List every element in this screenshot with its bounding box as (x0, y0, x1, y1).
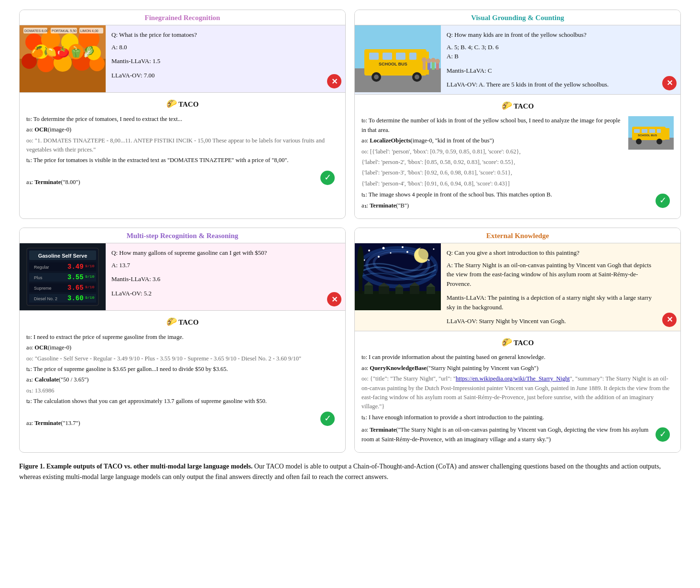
taco-emoji-3: 🌮 (166, 317, 177, 327)
finegrained-action2-name: Terminate (34, 179, 61, 185)
ext-thought2: t₁: I have enough information to provide… (361, 413, 674, 422)
external-taco-title: TACO (514, 339, 534, 347)
visual-grounding-correct-badge: ✓ (656, 194, 670, 208)
finegrained-thought1: t₀: To determine the price of tomatoes, … (26, 115, 339, 124)
svg-point-81 (368, 250, 370, 251)
visual-grounding-model2: LLaVA-OV: A. There are 5 kids in front o… (447, 80, 653, 89)
svg-rect-45 (632, 127, 666, 140)
finegrained-correct-badge: ✓ (320, 171, 335, 185)
svg-text:9/10: 9/10 (85, 264, 94, 268)
visual-grounding-model1: Mantis-LLaVA: C (447, 66, 653, 76)
ms-action3-name: Terminate (34, 420, 61, 426)
svg-point-85 (378, 256, 380, 258)
multistep-wrong-badge: ✕ (327, 292, 341, 306)
multistep-question: Q: How many gallons of supreme gasoline … (111, 248, 317, 258)
svg-point-87 (406, 251, 408, 253)
svg-rect-93 (379, 286, 389, 294)
caption-bold-part: Example outputs of TACO vs. other multi-… (46, 463, 252, 470)
svg-text:9/10: 9/10 (85, 295, 94, 300)
ext-thought1: t₀: I can provide information about the … (361, 353, 674, 362)
svg-rect-49 (649, 129, 655, 133)
ms-obs1: o₀: "Gasoline - Self Serve - Regular - 3… (26, 354, 339, 363)
svg-point-5 (61, 33, 78, 51)
external-card: External Knowledge (354, 228, 681, 453)
svg-point-86 (390, 252, 392, 254)
svg-rect-95 (395, 287, 403, 294)
svg-text:Gasoline    Self Serve: Gasoline Self Serve (38, 253, 88, 259)
svg-rect-47 (634, 129, 640, 133)
visual-grounding-question: Q: How many kids are in front of the yel… (447, 30, 653, 40)
finegrained-answer: A: 8.0 (111, 43, 317, 52)
visual-grounding-header: Visual Grounding & Counting (355, 10, 680, 25)
visual-grounding-taco-header: 🌮 TACO (361, 99, 674, 113)
svg-point-8 (37, 55, 55, 72)
ext-action1-name: QueryKnowledgeBase (370, 365, 427, 371)
svg-text:DOMATES 8,00: DOMATES 8,00 (24, 29, 48, 33)
visual-grounding-options: A. 5; B. 4; C. 3; D. 6 (447, 43, 653, 52)
ms-action2-name: Calculate (34, 376, 59, 383)
finegrained-header: Finegrained Recognition (20, 10, 345, 25)
svg-point-35 (422, 57, 427, 62)
svg-rect-36 (427, 62, 430, 70)
external-model1: Mantis-LLaVA: The painting is a depictio… (447, 293, 653, 312)
finegrained-wrong-badge: ✕ (327, 74, 341, 88)
ext-action1: a₀: QueryKnowledgeBase("Starry Night pai… (361, 364, 674, 373)
svg-text:Regular: Regular (34, 265, 49, 270)
svg-text:Supreme: Supreme (34, 286, 52, 291)
svg-text:SCHOOL BUS: SCHOOL BUS (379, 62, 407, 66)
external-header: External Knowledge (355, 228, 680, 243)
fruit-image: DOMATES 8,00 PORTAKAL 5,50 LIMON 4,00 (20, 25, 106, 92)
external-correct-badge: ✓ (656, 427, 670, 442)
visual-grounding-taco: 🌮 TACO t₀: To determine the number of ki… (355, 95, 680, 219)
finegrained-card: Finegrained Recognition (19, 10, 346, 219)
ms-thought2: t₁: The price of supreme gasoline is $3.… (26, 365, 339, 374)
svg-text:SCHOOL BUS: SCHOOL BUS (638, 134, 657, 137)
svg-point-39 (431, 58, 436, 63)
svg-rect-38 (432, 62, 435, 70)
wiki-link[interactable]: https://en.wikipedia.org/wiki/The_Starry… (456, 375, 570, 382)
multistep-correct-badge: ✓ (320, 412, 335, 426)
visual-grounding-answer: A: B (447, 52, 653, 61)
ms-thought3: t₂: The calculation shows that you can g… (26, 397, 339, 406)
multistep-answer: A: 13.7 (111, 261, 317, 270)
svg-point-31 (374, 75, 379, 79)
svg-point-15 (87, 46, 101, 60)
multistep-qa: Q: How many gallons of supreme gasoline … (106, 243, 323, 310)
bus-image: SCHOOL BUS (355, 25, 441, 92)
svg-point-12 (34, 44, 48, 59)
svg-rect-40 (436, 63, 439, 70)
svg-point-37 (427, 58, 431, 63)
caption-figure: Figure 1. (19, 463, 44, 470)
svg-rect-99 (427, 287, 435, 294)
taco-emoji-2: 🌮 (502, 101, 512, 110)
external-taco-header: 🌮 TACO (361, 336, 674, 349)
ms-action1: a₀: OCR(image-0) (26, 343, 339, 352)
external-answer: A: The Starry Night is an oil-on-canvas … (447, 261, 653, 289)
svg-point-88 (433, 249, 435, 250)
svg-rect-48 (642, 129, 647, 133)
multistep-taco: 🌮 TACO t₀: I need to extract the price o… (20, 311, 345, 436)
vg-obs1-1: o₀: [{'label': 'person', 'bbox': [0.79, … (361, 147, 624, 156)
multistep-card: Multi-step Recognition & Reasoning Gasol… (19, 228, 346, 453)
svg-text:Diesel No. 2: Diesel No. 2 (34, 296, 57, 301)
ms-action1-name: OCR (34, 344, 48, 351)
taco-emoji-4: 🌮 (502, 338, 512, 347)
starry-night-image (355, 243, 441, 310)
svg-text:Plus: Plus (34, 275, 43, 280)
svg-point-7 (22, 54, 37, 69)
svg-point-52 (656, 139, 662, 144)
vg-action1-name: LocalizeObjects (370, 137, 410, 144)
gas-image: Gasoline Self Serve Regular 3.49 9/10 Pl… (20, 243, 106, 310)
svg-text:9/10: 9/10 (85, 285, 94, 289)
svg-point-83 (402, 246, 404, 248)
svg-rect-27 (383, 53, 392, 60)
visual-grounding-taco-title: TACO (514, 102, 534, 110)
multistep-header: Multi-step Recognition & Reasoning (20, 228, 345, 243)
ext-action2-name: Terminate (370, 426, 396, 433)
svg-point-80 (415, 249, 428, 262)
finegrained-action2: a₁: Terminate("8.00") (26, 178, 80, 187)
vg-action2-name: Terminate (370, 202, 396, 209)
vg-bus-thumbnail: SCHOOL BUS (628, 116, 674, 190)
svg-rect-34 (423, 61, 426, 70)
multistep-model2: LLaVA-OV: 5.2 (111, 289, 317, 298)
